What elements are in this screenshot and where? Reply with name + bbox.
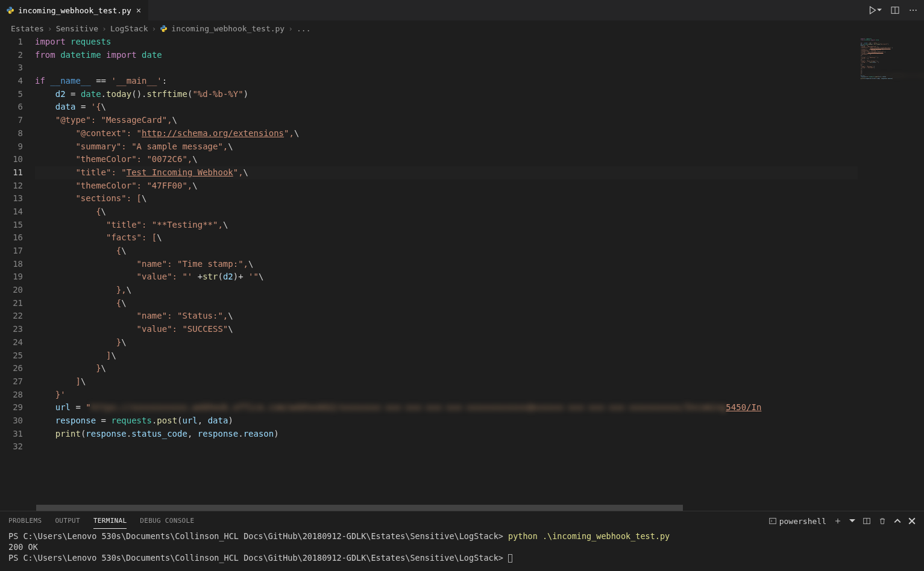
panel-tab-output[interactable]: OUTPUT — [55, 513, 80, 529]
code-line[interactable]: data = '{\ — [35, 101, 858, 114]
code-editor[interactable]: 1234567891011121314151617181920212223242… — [0, 36, 858, 505]
code-line[interactable]: d2 = date.today().strftime("%d-%b-%Y") — [35, 88, 858, 101]
chevron-right-icon: › — [288, 24, 293, 33]
svg-rect-5 — [769, 518, 776, 523]
tabs-container: incoming_webhook_test.py × — [0, 0, 149, 20]
minimap[interactable]: import requestsfrom datetime import date… — [858, 36, 924, 505]
more-icon[interactable] — [908, 5, 918, 15]
code-line[interactable]: if __name__ == '__main__': — [35, 75, 858, 88]
new-terminal-icon[interactable] — [834, 517, 842, 525]
code-line[interactable]: "facts": [\ — [35, 231, 858, 245]
code-line[interactable]: "sections": [\ — [35, 192, 858, 205]
panel-tab-terminal[interactable]: TERMINAL — [93, 513, 127, 529]
shell-label: powershell — [779, 517, 826, 526]
code-line[interactable]: ]\ — [35, 349, 858, 363]
tab-bar: incoming_webhook_test.py × — [0, 0, 924, 21]
code-line[interactable]: "title": "Test Incoming Webhook",\ — [35, 166, 858, 179]
breadcrumb-tail[interactable]: ... — [297, 24, 310, 33]
code-line[interactable]: {\ — [35, 205, 858, 219]
chevron-up-icon[interactable] — [894, 517, 901, 525]
chevron-right-icon: › — [102, 24, 107, 33]
split-terminal-icon[interactable] — [863, 517, 871, 525]
code-line[interactable]: print(response.status_code, response.rea… — [35, 428, 858, 441]
chevron-right-icon: › — [48, 24, 52, 33]
svg-point-4 — [916, 10, 917, 11]
chevron-down-icon[interactable] — [849, 518, 855, 524]
code-line[interactable]: "@context": "http://schema.org/extension… — [35, 127, 858, 140]
split-editor-icon[interactable] — [890, 5, 900, 15]
terminal-shell-selector[interactable]: powershell — [768, 517, 826, 526]
code-line[interactable]: "name": "Time stamp:",\ — [35, 258, 858, 271]
terminal-output[interactable]: PS C:\Users\Lenovo 530s\Documents\Collin… — [0, 531, 924, 571]
code-line[interactable]: }\ — [35, 336, 858, 349]
python-file-icon — [160, 25, 168, 33]
svg-point-2 — [910, 10, 911, 11]
code-line[interactable]: response = requests.post(url, data) — [35, 414, 858, 428]
code-line[interactable]: url = "https://xxxxxxxxxxx.webhook.offic… — [35, 401, 858, 414]
python-file-icon — [6, 6, 14, 14]
code-line[interactable]: "summary": "A sample message",\ — [35, 140, 858, 154]
code-line[interactable]: "value": "' +str(d2)+ '"\ — [35, 270, 858, 284]
panel-tab-problems[interactable]: PROBLEMS — [8, 513, 42, 529]
editor-tab[interactable]: incoming_webhook_test.py × — [0, 0, 149, 20]
trash-icon[interactable] — [878, 517, 887, 525]
run-icon[interactable] — [867, 5, 882, 16]
minimap-content: import requestsfrom datetime import date… — [858, 36, 924, 83]
chevron-right-icon: › — [152, 24, 157, 33]
code-line[interactable]: ]\ — [35, 375, 858, 388]
horizontal-scrollbar[interactable] — [0, 505, 924, 511]
code-line[interactable]: {\ — [35, 297, 858, 310]
code-line[interactable] — [35, 61, 858, 75]
breadcrumb-part[interactable]: LogStack — [110, 24, 148, 33]
code-line[interactable] — [35, 440, 858, 454]
code-line[interactable]: "themeColor": "0072C6",\ — [35, 153, 858, 166]
code-line[interactable]: import requests — [35, 36, 858, 49]
code-line[interactable]: "@type": "MessageCard",\ — [35, 114, 858, 127]
editor-area: 1234567891011121314151617181920212223242… — [0, 36, 924, 505]
bottom-panel: PROBLEMS OUTPUT TERMINAL DEBUG CONSOLE p… — [0, 511, 924, 571]
code-line[interactable]: {\ — [35, 245, 858, 258]
tab-filename: incoming_webhook_test.py — [18, 6, 131, 15]
code-line[interactable]: }\ — [35, 362, 858, 375]
editor-toolbar — [861, 0, 924, 20]
code-line[interactable]: "themeColor": "47FF00",\ — [35, 179, 858, 193]
breadcrumb-part[interactable]: Estates — [11, 24, 44, 33]
code-line[interactable]: "value": "SUCCESS"\ — [35, 323, 858, 336]
breadcrumb-file[interactable]: incoming_webhook_test.py — [171, 24, 284, 33]
code-line[interactable]: }' — [35, 388, 858, 402]
code-line[interactable]: "name": "Status:",\ — [35, 310, 858, 323]
code-line[interactable]: from datetime import date — [35, 49, 858, 62]
code-content[interactable]: import requestsfrom datetime import date… — [35, 36, 858, 505]
close-tab-icon[interactable]: × — [135, 5, 142, 15]
panel-tab-debug[interactable]: DEBUG CONSOLE — [140, 513, 194, 529]
code-line[interactable]: },\ — [35, 284, 858, 297]
scrollbar-thumb[interactable] — [36, 505, 683, 511]
breadcrumb-part[interactable]: Sensitive — [56, 24, 98, 33]
line-numbers-gutter: 1234567891011121314151617181920212223242… — [0, 36, 35, 505]
code-line[interactable]: "title": "**Testing**",\ — [35, 219, 858, 232]
close-panel-icon[interactable] — [908, 517, 916, 525]
panel-tab-bar: PROBLEMS OUTPUT TERMINAL DEBUG CONSOLE p… — [0, 511, 924, 531]
breadcrumb[interactable]: Estates › Sensitive › LogStack › incomin… — [0, 21, 924, 36]
svg-point-3 — [913, 10, 914, 11]
